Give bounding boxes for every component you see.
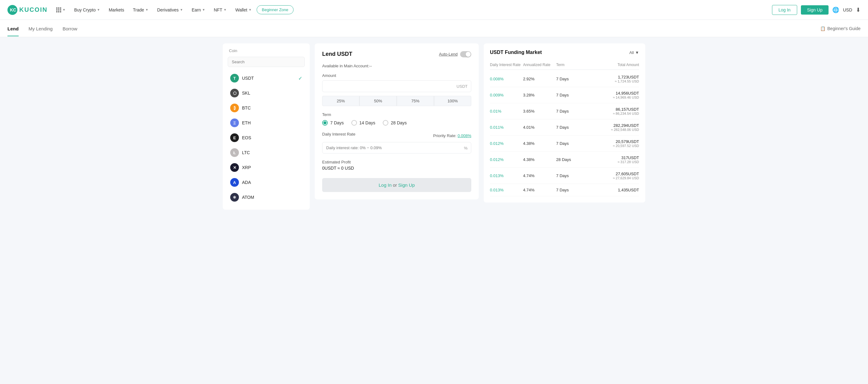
- coin-item-xrp[interactable]: ✕ XRP: [228, 160, 305, 175]
- auto-lend-label[interactable]: Auto-Lend: [439, 52, 458, 57]
- filter-chevron-icon: ▼: [635, 50, 639, 55]
- coin-icon: ⬡: [230, 89, 239, 97]
- market-row[interactable]: 0.011% 4.01% 7 Days 282,294USDT ≈ 282,54…: [490, 119, 639, 136]
- term: 7 Days: [556, 93, 589, 97]
- market-row[interactable]: 0.008% 2.92% 7 Days 1,723USDT ≈ 1,724.55…: [490, 71, 639, 87]
- market-row[interactable]: 0.01% 3.65% 7 Days 86,157USDT ≈ 86,234.5…: [490, 103, 639, 119]
- coin-name: SKL: [242, 91, 302, 96]
- priority-rate-value[interactable]: 0.008%: [458, 133, 471, 138]
- coin-item-eos[interactable]: E EOS: [228, 130, 305, 145]
- total-amount: 20,579USDT ≈ 20,597.52 USD: [589, 139, 639, 148]
- coin-name: ETH: [242, 120, 302, 125]
- login-button[interactable]: Log In: [772, 5, 797, 15]
- interest-rate-input[interactable]: [322, 142, 471, 153]
- total-amount: 1,723USDT ≈ 1,724.55 USD: [589, 75, 639, 83]
- market-row[interactable]: 0.009% 3.28% 7 Days 14,956USDT ≈ 14,969.…: [490, 87, 639, 103]
- term-option-7days[interactable]: 7 Days: [322, 120, 344, 126]
- amount-currency: USDT: [457, 84, 468, 89]
- login-link-text[interactable]: Log In: [379, 182, 392, 188]
- action-separator: or: [393, 182, 397, 188]
- annualized-rate: 4.38%: [523, 141, 556, 146]
- nav-items: Buy Crypto ▼ Markets Trade ▼ Derivatives…: [70, 5, 770, 15]
- estimated-profit-section: Estimated Profit 0USDT ≈ 0 USD: [322, 160, 471, 171]
- coin-icon: Ξ: [230, 118, 239, 127]
- pct-btn-50[interactable]: 50%: [360, 96, 397, 106]
- coin-item-btc[interactable]: ₿ BTC: [228, 101, 305, 115]
- term-option-28days[interactable]: 28 Days: [383, 120, 407, 126]
- pct-btn-100[interactable]: 100%: [434, 96, 471, 106]
- coin-icon: A: [230, 178, 239, 187]
- market-row[interactable]: 0.013% 4.74% 7 Days 27,605USDT ≈ 27,629.…: [490, 168, 639, 184]
- total-amount: 282,294USDT ≈ 282,548.06 USD: [589, 123, 639, 132]
- coin-icon: ✕: [230, 163, 239, 172]
- market-row[interactable]: 0.013% 4.74% 7 Days 1,435USDT: [490, 184, 639, 196]
- beginner-zone-button[interactable]: Beginner Zone: [257, 5, 293, 14]
- percentage-buttons: 25%50%75%100%: [322, 96, 471, 106]
- signup-button[interactable]: Sign Up: [801, 5, 829, 14]
- nav-nft[interactable]: NFT ▼: [210, 5, 230, 15]
- buy-crypto-chevron-icon: ▼: [97, 8, 100, 11]
- annualized-rate: 4.01%: [523, 125, 556, 130]
- coin-item-ltc[interactable]: Ł LTC: [228, 145, 305, 160]
- annualized-rate: 4.38%: [523, 157, 556, 162]
- coin-item-skl[interactable]: ⬡ SKL: [228, 85, 305, 101]
- signup-link-text[interactable]: Sign Up: [398, 182, 415, 188]
- coin-item-eth[interactable]: Ξ ETH: [228, 115, 305, 130]
- user-icon-button[interactable]: ⬇: [856, 6, 861, 13]
- auto-lend-toggle[interactable]: [460, 51, 471, 58]
- pct-btn-25[interactable]: 25%: [322, 96, 360, 106]
- radio-inner: [323, 121, 327, 125]
- nav-right: Log In Sign Up 🌐 USD ⬇: [772, 5, 861, 15]
- market-rows: 0.008% 2.92% 7 Days 1,723USDT ≈ 1,724.55…: [490, 71, 639, 196]
- term: 7 Days: [556, 125, 589, 130]
- earn-chevron-icon: ▼: [202, 8, 205, 11]
- tab-lend[interactable]: Lend: [7, 21, 19, 36]
- coin-item-ada[interactable]: A ADA: [228, 175, 305, 190]
- currency-button[interactable]: USD: [843, 7, 852, 12]
- coin-sidebar-title: Coin: [228, 48, 305, 53]
- language-button[interactable]: 🌐: [832, 6, 839, 13]
- profit-label: Estimated Profit: [322, 160, 471, 164]
- coin-search-input[interactable]: [228, 57, 305, 67]
- percent-suffix: %: [464, 145, 468, 150]
- login-action-button[interactable]: Log In or Sign Up: [322, 178, 471, 192]
- priority-rate: Priority Rate: 0.008%: [433, 133, 471, 138]
- lend-panel: Lend USDT Auto-Lend Available in Main Ac…: [315, 43, 479, 200]
- tab-borrow[interactable]: Borrow: [62, 21, 78, 36]
- tab-my-lending[interactable]: My Lending: [29, 21, 53, 36]
- nav-wallet[interactable]: Wallet ▼: [231, 5, 255, 15]
- market-row[interactable]: 0.012% 4.38% 7 Days 20,579USDT ≈ 20,597.…: [490, 136, 639, 152]
- logo[interactable]: KC KUCOIN: [7, 5, 48, 15]
- interest-rate-label: Daily Interest Rate: [322, 132, 355, 137]
- term-option-14days[interactable]: 14 Days: [351, 120, 375, 126]
- interest-section: Daily Interest Rate Priority Rate: 0.008…: [322, 132, 471, 153]
- market-filter[interactable]: All ▼: [629, 50, 639, 55]
- profit-value: 0USDT ≈ 0 USD: [322, 166, 471, 171]
- coin-item-usdt[interactable]: T USDT ✓: [228, 71, 305, 85]
- term: 7 Days: [556, 109, 589, 113]
- term: 7 Days: [556, 141, 589, 146]
- annualized-rate: 3.28%: [523, 93, 556, 97]
- beginners-guide-link[interactable]: 📋 Beginner's Guide: [820, 26, 861, 31]
- term-radio-group: 7 Days 14 Days 28 Days: [322, 120, 471, 126]
- pct-btn-75[interactable]: 75%: [397, 96, 434, 106]
- lend-panel-header: Lend USDT Auto-Lend: [322, 51, 471, 58]
- radio-circle: [322, 120, 328, 126]
- market-row[interactable]: 0.012% 4.38% 28 Days 317USDT ≈ 317.28 US…: [490, 152, 639, 168]
- main-content: Coin T USDT ✓ ⬡ SKL ₿ BTC Ξ ETH E EOS Ł …: [217, 37, 651, 384]
- nav-markets[interactable]: Markets: [105, 5, 128, 15]
- trade-chevron-icon: ▼: [145, 8, 149, 11]
- nav-earn[interactable]: Earn ▼: [188, 5, 209, 15]
- amount-input[interactable]: [322, 80, 471, 92]
- daily-rate: 0.013%: [490, 173, 523, 178]
- daily-rate: 0.013%: [490, 188, 523, 192]
- nav-buy-crypto[interactable]: Buy Crypto ▼: [70, 5, 104, 15]
- coin-item-atom[interactable]: ⚛ ATOM: [228, 190, 305, 205]
- nav-trade[interactable]: Trade ▼: [129, 5, 152, 15]
- coin-name: ADA: [242, 180, 302, 185]
- col-header: Total Amount: [589, 63, 639, 67]
- coin-icon: ₿: [230, 104, 239, 112]
- grid-apps-button[interactable]: ▼: [54, 6, 68, 14]
- coin-icon: ⚛: [230, 193, 239, 202]
- nav-derivatives[interactable]: Derivatives ▼: [153, 5, 187, 15]
